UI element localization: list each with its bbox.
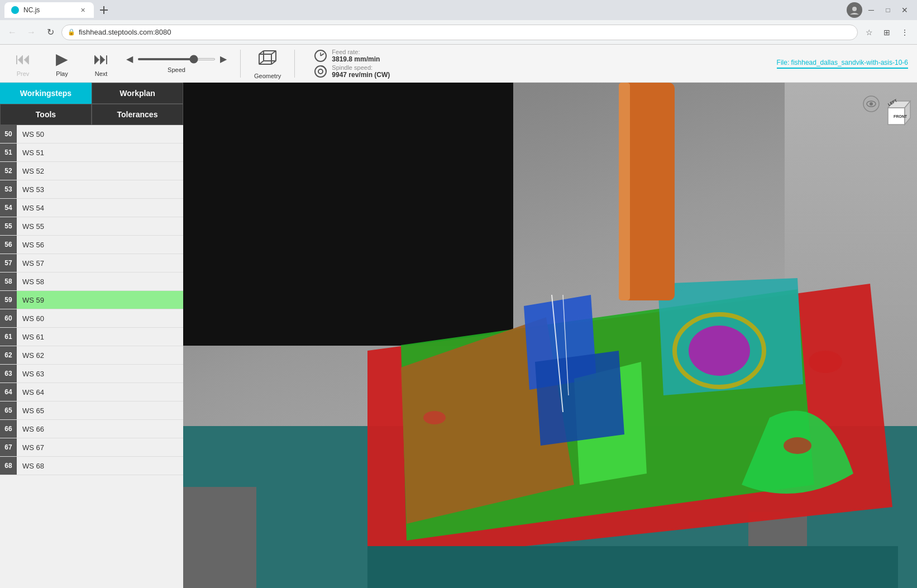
- next-button[interactable]: ⏭ Next: [87, 50, 115, 77]
- geometry-label: Geometry: [254, 73, 281, 79]
- list-item[interactable]: 65WS 65: [0, 401, 183, 420]
- tab-workplan[interactable]: Workplan: [92, 83, 183, 104]
- close-button[interactable]: ✕: [897, 2, 913, 18]
- item-number: 58: [0, 273, 17, 290]
- address-bar[interactable]: 🔒 fishhead.steptools.com:8080: [61, 25, 858, 40]
- item-number: 50: [0, 125, 17, 143]
- item-number: 51: [0, 144, 17, 161]
- item-number: 55: [0, 217, 17, 235]
- geometry-button[interactable]: Geometry: [254, 48, 281, 79]
- prev-button[interactable]: ⏮ Prev: [9, 50, 37, 77]
- fast-arrow-icon: ▶: [220, 54, 227, 64]
- tab-workingsteps[interactable]: Workingsteps: [0, 83, 92, 104]
- tab-tools[interactable]: Tools: [0, 104, 92, 125]
- list-item[interactable]: 64WS 64: [0, 383, 183, 401]
- tab-tolerances[interactable]: Tolerances: [92, 104, 183, 125]
- svg-text:FRONT: FRONT: [894, 114, 908, 118]
- feed-info: Feed rate: 3819.8 mm/min Spindle speed: …: [314, 49, 390, 79]
- svg-point-23: [809, 351, 842, 373]
- sidebar-tab-row-1: Workingsteps Workplan: [0, 83, 183, 104]
- spindle-speed-label: Spindle speed:: [332, 64, 390, 71]
- spindle-speed-row: Spindle speed: 9947 rev/min (CW): [314, 64, 390, 79]
- list-item[interactable]: 60WS 60: [0, 309, 183, 328]
- feed-rate-row: Feed rate: 3819.8 mm/min: [314, 49, 390, 63]
- next-label: Next: [95, 70, 108, 77]
- sidebar-tab-row-2: Tools Tolerances: [0, 104, 183, 125]
- list-item[interactable]: 68WS 68: [0, 457, 183, 475]
- list-item[interactable]: 66WS 66: [0, 420, 183, 438]
- browser-controls: ← → ↻ 🔒 fishhead.steptools.com:8080 ☆ ⊞ …: [0, 20, 917, 45]
- forward-button[interactable]: →: [23, 25, 39, 40]
- geometry-icon: [256, 48, 279, 70]
- prev-label: Prev: [17, 70, 30, 77]
- svg-point-24: [784, 437, 811, 454]
- active-tab[interactable]: NC.js ✕: [4, 2, 94, 18]
- extension-button[interactable]: ⊞: [879, 25, 895, 40]
- item-label: WS 65: [17, 407, 44, 415]
- list-item[interactable]: 58WS 58: [0, 273, 183, 291]
- list-item[interactable]: 53WS 53: [0, 180, 183, 199]
- svg-line-10: [321, 54, 324, 56]
- list-item[interactable]: 56WS 56: [0, 236, 183, 254]
- item-label: WS 59: [17, 296, 44, 304]
- list-item[interactable]: 52WS 52: [0, 162, 183, 180]
- item-number: 53: [0, 180, 17, 198]
- item-label: WS 60: [17, 314, 44, 323]
- item-label: WS 67: [17, 443, 44, 452]
- item-number: 56: [0, 236, 17, 254]
- viewport[interactable]: FRONT LEFT: [183, 83, 917, 588]
- reload-button[interactable]: ↻: [42, 25, 58, 40]
- item-number: 68: [0, 457, 17, 475]
- menu-button[interactable]: ⋮: [897, 25, 913, 40]
- item-number: 67: [0, 438, 17, 456]
- item-number: 65: [0, 401, 17, 419]
- app-toolbar: ⏮ Prev ▶ Play ⏭ Next ◀ ▶ Speed: [0, 45, 917, 83]
- bookmark-button[interactable]: ☆: [861, 25, 877, 40]
- minimize-button[interactable]: ─: [863, 2, 879, 18]
- main-content: Workingsteps Workplan Tools Tolerances 5…: [0, 83, 917, 588]
- nav-cube[interactable]: FRONT LEFT: [861, 94, 906, 138]
- tab-close-button[interactable]: ✕: [78, 6, 87, 15]
- item-label: WS 68: [17, 462, 44, 470]
- item-label: WS 58: [17, 278, 44, 286]
- list-item[interactable]: 57WS 57: [0, 254, 183, 273]
- svg-point-2: [852, 7, 857, 11]
- play-label: Play: [56, 70, 68, 77]
- speed-slider[interactable]: [137, 58, 216, 60]
- workingsteps-list: 50WS 5051WS 5152WS 5253WS 5354WS 5455WS …: [0, 125, 183, 588]
- item-number: 59: [0, 291, 17, 309]
- list-item[interactable]: 63WS 63: [0, 365, 183, 383]
- list-item[interactable]: 67WS 67: [0, 438, 183, 457]
- new-tab-icon[interactable]: [98, 4, 109, 16]
- spindle-speed-value: 9947 rev/min (CW): [332, 71, 390, 79]
- url-text: fishhead.steptools.com:8080: [79, 28, 171, 36]
- item-number: 64: [0, 383, 17, 401]
- item-label: WS 53: [17, 185, 44, 194]
- list-item[interactable]: 59WS 59: [0, 291, 183, 309]
- maximize-button[interactable]: □: [880, 2, 896, 18]
- speed-control: ◀ ▶ Speed: [126, 54, 227, 73]
- item-number: 54: [0, 199, 17, 217]
- back-button[interactable]: ←: [4, 25, 20, 40]
- list-item[interactable]: 51WS 51: [0, 144, 183, 162]
- play-button[interactable]: ▶ Play: [48, 50, 76, 77]
- file-link[interactable]: File: fishhead_dallas_sandvik-with-asis-…: [777, 59, 908, 69]
- svg-rect-30: [367, 546, 898, 588]
- item-number: 62: [0, 346, 17, 364]
- tab-title: NC.js: [23, 6, 40, 14]
- profile-icon[interactable]: [847, 2, 862, 18]
- svg-point-33: [870, 102, 873, 106]
- list-item[interactable]: 55WS 55: [0, 217, 183, 236]
- svg-rect-1: [103, 6, 104, 14]
- svg-marker-22: [535, 351, 624, 446]
- list-item[interactable]: 54WS 54: [0, 199, 183, 217]
- item-label: WS 57: [17, 259, 44, 267]
- item-label: WS 63: [17, 370, 44, 378]
- svg-point-13: [318, 69, 323, 74]
- item-number: 57: [0, 254, 17, 272]
- list-item[interactable]: 61WS 61: [0, 328, 183, 346]
- list-item[interactable]: 62WS 62: [0, 346, 183, 365]
- item-number: 60: [0, 309, 17, 327]
- list-item[interactable]: 50WS 50: [0, 125, 183, 144]
- item-label: WS 64: [17, 388, 44, 396]
